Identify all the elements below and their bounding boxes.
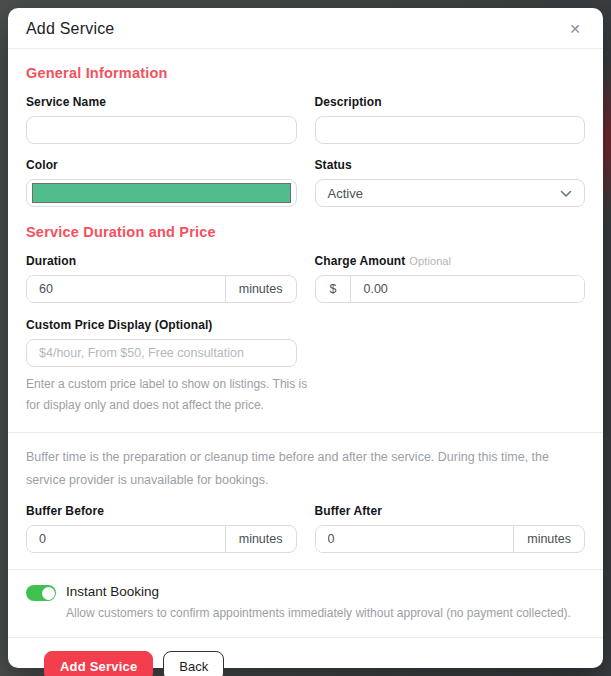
add-service-button[interactable]: Add Service bbox=[44, 651, 153, 676]
charge-amount-field: Charge AmountOptional $ bbox=[315, 254, 586, 303]
modal-footer-wrap: Add Service Back bbox=[26, 623, 585, 676]
buffer-before-input[interactable] bbox=[27, 526, 225, 552]
buffer-before-input-group: minutes bbox=[26, 525, 297, 553]
custom-price-label: Custom Price Display (Optional) bbox=[26, 318, 297, 332]
buffer-after-unit-suffix: minutes bbox=[513, 526, 584, 552]
modal-header: Add Service ✕ bbox=[8, 8, 603, 49]
service-name-label: Service Name bbox=[26, 95, 297, 109]
close-icon[interactable]: ✕ bbox=[565, 20, 585, 38]
buffer-time-note: Buffer time is the preparation or cleanu… bbox=[26, 446, 585, 491]
duration-field: Duration minutes bbox=[26, 254, 297, 303]
row-buffers: Buffer Before minutes Buffer After minut… bbox=[26, 504, 585, 553]
instant-booking-text: Instant Booking Allow customers to confi… bbox=[66, 584, 571, 623]
buffer-after-input-group: minutes bbox=[315, 525, 586, 553]
buffer-before-unit-suffix: minutes bbox=[225, 526, 296, 552]
instant-booking-toggle[interactable] bbox=[26, 585, 56, 601]
buffer-after-label: Buffer After bbox=[315, 504, 586, 518]
instant-booking-label: Instant Booking bbox=[66, 584, 571, 599]
divider bbox=[8, 432, 603, 433]
optional-tag: Optional bbox=[409, 255, 451, 267]
color-swatch bbox=[32, 183, 291, 203]
buffer-before-label: Buffer Before bbox=[26, 504, 297, 518]
custom-price-input[interactable] bbox=[26, 339, 297, 367]
row-name-description: Service Name Description bbox=[26, 95, 585, 144]
duration-input-group: minutes bbox=[26, 275, 297, 303]
back-button[interactable]: Back bbox=[163, 651, 224, 676]
color-field: Color bbox=[26, 158, 297, 207]
buffer-before-field: Buffer Before minutes bbox=[26, 504, 297, 553]
service-name-field: Service Name bbox=[26, 95, 297, 144]
row-color-status: Color Status Active bbox=[26, 158, 585, 207]
status-select[interactable]: Active bbox=[315, 179, 586, 207]
modal-backdrop: Add Service ✕ General Information Servic… bbox=[0, 0, 611, 676]
custom-price-help-text: Enter a custom price label to show on li… bbox=[26, 374, 316, 416]
modal-footer: Add Service Back bbox=[26, 638, 585, 676]
description-label: Description bbox=[315, 95, 586, 109]
add-service-modal: Add Service ✕ General Information Servic… bbox=[8, 8, 603, 668]
duration-unit-suffix: minutes bbox=[225, 276, 296, 302]
chevron-down-icon bbox=[560, 186, 572, 201]
section-heading-general-information: General Information bbox=[26, 65, 585, 81]
modal-title: Add Service bbox=[26, 20, 114, 38]
instant-booking-row: Instant Booking Allow customers to confi… bbox=[26, 584, 585, 623]
status-label: Status bbox=[315, 158, 586, 172]
charge-amount-label: Charge AmountOptional bbox=[315, 254, 586, 268]
color-picker-input[interactable] bbox=[26, 179, 297, 207]
modal-body: General Information Service Name Descrip… bbox=[8, 49, 603, 668]
custom-price-field: Custom Price Display (Optional) bbox=[26, 318, 297, 367]
divider bbox=[8, 569, 603, 570]
status-field: Status Active bbox=[315, 158, 586, 207]
toggle-knob bbox=[42, 587, 55, 600]
charge-amount-input-group: $ bbox=[315, 275, 586, 303]
duration-input[interactable] bbox=[27, 276, 225, 302]
buffer-after-field: Buffer After minutes bbox=[315, 504, 586, 553]
currency-prefix: $ bbox=[316, 276, 352, 302]
section-heading-duration-price: Service Duration and Price bbox=[26, 224, 585, 240]
instant-booking-description: Allow customers to confirm appointments … bbox=[66, 604, 571, 623]
status-selected-value: Active bbox=[328, 186, 363, 201]
buffer-after-input[interactable] bbox=[316, 526, 514, 552]
charge-amount-input[interactable] bbox=[351, 276, 584, 302]
description-input[interactable] bbox=[315, 116, 586, 144]
duration-label: Duration bbox=[26, 254, 297, 268]
row-duration-charge: Duration minutes Charge AmountOptional $ bbox=[26, 254, 585, 303]
description-field: Description bbox=[315, 95, 586, 144]
color-label: Color bbox=[26, 158, 297, 172]
service-name-input[interactable] bbox=[26, 116, 297, 144]
